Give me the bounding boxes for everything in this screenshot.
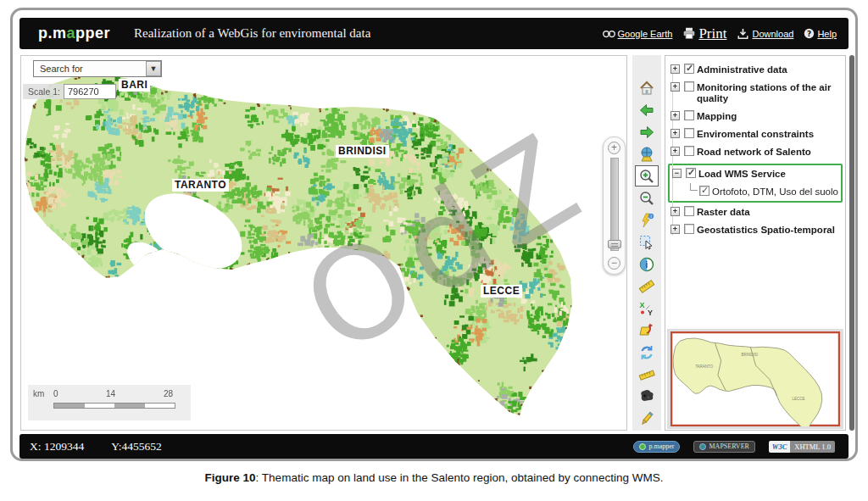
overview-map-image: TARANTOBRINDISILECCE (670, 331, 840, 426)
checkmark-icon: ✓ (687, 167, 695, 178)
layer-checkbox[interactable] (684, 128, 694, 138)
layer-checkbox[interactable] (684, 224, 694, 234)
back-icon[interactable] (635, 99, 659, 120)
w3c-logo: W3C (769, 441, 790, 453)
zoom-slider-handle[interactable] (608, 240, 621, 248)
layer-checkbox[interactable] (684, 206, 694, 216)
landuse-map[interactable] (21, 56, 627, 431)
expand-icon[interactable]: + (670, 225, 680, 234)
zoom-out-icon[interactable] (635, 187, 659, 209)
layer-item-enviromental-constraints: +Enviromental constraints (668, 127, 843, 145)
layer-item-raster-data: +Raster data (668, 205, 843, 223)
zoom-in-icon[interactable] (635, 165, 659, 186)
scalebar-tick: 0 (53, 389, 58, 398)
overview-map[interactable]: TARANTOBRINDISILECCE (667, 329, 843, 429)
expand-icon[interactable]: + (670, 82, 680, 92)
zoom-slider-track[interactable] (610, 158, 619, 251)
svg-text:X: X (640, 301, 645, 309)
help-link[interactable]: ?Help (804, 28, 837, 39)
expand-icon[interactable]: + (670, 147, 680, 156)
zoom-in-button[interactable]: + (608, 142, 620, 154)
figure-caption: Figure 10: Thematic map on land use in t… (0, 471, 868, 484)
layer-item-load-wms-service: −✓Load WMS Service (670, 167, 841, 185)
map-toolbar: iiXY (632, 55, 661, 431)
printer-icon (682, 27, 696, 40)
webgis-app: p.mapper Realization of a WebGis for env… (10, 8, 858, 461)
info-icon[interactable]: i (635, 253, 659, 275)
download-icon (737, 28, 749, 40)
pmapper-logo-icon (639, 443, 646, 450)
layer-checkbox[interactable]: ✓ (684, 64, 694, 74)
app-title: Realization of a WebGis for enviromental… (134, 26, 370, 41)
svg-text:Y: Y (648, 308, 653, 316)
map-viewport[interactable]: OdZ BARIBRINDISITARANTOLECCE Search for … (20, 55, 627, 431)
city-label-taranto: TARANTO (172, 179, 229, 192)
layer-label: Load WMS Service (698, 169, 786, 179)
layer-label: Geostatistics Spatio-temporal (697, 225, 835, 235)
overview-label-brindisi: BRINDISI (742, 353, 759, 357)
expand-icon[interactable]: + (670, 207, 680, 216)
layer-label: Enviromental constraints (697, 129, 814, 139)
previous-extent-icon[interactable] (635, 143, 659, 164)
layer-checkbox[interactable] (684, 81, 694, 92)
city-label-brindisi: BRINDISI (336, 145, 389, 158)
xhtml-label: XHTML 1.0 (790, 441, 835, 453)
footer-badges: p.mapperMAPSERVERW3CXHTML 1.0 (633, 441, 835, 453)
w3c-badge[interactable]: W3CXHTML 1.0 (769, 441, 835, 453)
logo-text: pper (75, 25, 110, 42)
measure-length-icon[interactable] (635, 276, 659, 297)
pmapper-logo: p.mapper (38, 25, 110, 42)
mapserver-badge[interactable]: MAPSERVER (693, 441, 754, 453)
collapse-icon[interactable]: − (672, 169, 682, 178)
city-label-lecce: LECCE (481, 285, 522, 298)
link-label: Download (752, 29, 793, 39)
expand-icon[interactable]: + (670, 111, 680, 120)
google-earth-link[interactable]: Google Earth (603, 29, 673, 39)
scalebar-bar (53, 403, 175, 409)
layer-item-ortofoto-dtm-uso-del-suolo: ✓Ortofoto, DTM, Uso del suolo (670, 185, 841, 201)
wms-highlight-group: −✓Load WMS Service✓Ortofoto, DTM, Uso de… (668, 164, 843, 203)
print-link[interactable]: Print (682, 25, 726, 42)
layer-checkbox[interactable]: ✓ (699, 186, 709, 196)
layer-item-mapping: +Mapping (668, 109, 843, 127)
tree-connector-icon (690, 183, 698, 191)
download-link[interactable]: Download (737, 28, 793, 40)
layer-checkbox[interactable]: ✓ (686, 168, 696, 178)
zoom-out-button[interactable]: − (608, 257, 620, 270)
logo-text: p.m (38, 25, 67, 42)
scalebar-tick: 14 (106, 389, 115, 398)
panel-scrollbar[interactable] (849, 55, 854, 431)
expand-icon[interactable]: + (670, 64, 680, 74)
identify-icon[interactable]: i (635, 209, 659, 231)
edit-icon[interactable] (635, 408, 659, 429)
forward-icon[interactable] (635, 121, 659, 142)
select-shape-icon[interactable] (635, 320, 659, 341)
layer-label: Raster data (697, 207, 750, 217)
coordinates-icon[interactable]: XY (635, 298, 659, 319)
layer-label: Monitoring stations of the air quality (697, 82, 831, 103)
layer-checkbox[interactable] (684, 146, 694, 156)
mapserver-logo-icon (699, 443, 706, 450)
layer-label: Administrative data (697, 64, 787, 75)
checkmark-icon: ✓ (701, 185, 709, 196)
measure-area-icon[interactable] (635, 364, 659, 385)
y-coordinate: Y:4455652 (111, 440, 162, 454)
expand-icon[interactable]: + (670, 129, 680, 138)
pmapper-badge[interactable]: p.mapper (633, 441, 680, 453)
refresh-icon[interactable] (635, 342, 659, 363)
home-icon[interactable] (635, 77, 659, 98)
print-map-icon[interactable] (635, 386, 659, 407)
scale-input[interactable] (64, 84, 116, 99)
search-dropdown-value: Search for (34, 64, 146, 74)
header-links: Google EarthPrintDownload?Help (603, 25, 837, 42)
badge-label: MAPSERVER (709, 443, 748, 450)
badge-label: p.mapper (648, 443, 674, 450)
search-dropdown[interactable]: Search for ▼ (33, 60, 162, 77)
chevron-down-icon[interactable]: ▼ (146, 61, 161, 76)
select-icon[interactable] (635, 231, 659, 253)
zoom-slider[interactable]: + − (603, 136, 626, 275)
layer-checkbox[interactable] (684, 110, 694, 120)
checkmark-icon: ✓ (686, 63, 693, 74)
layer-item-administrative-data: +✓Administrative data (668, 63, 843, 81)
header-bar: p.mapper Realization of a WebGis for env… (19, 18, 849, 49)
